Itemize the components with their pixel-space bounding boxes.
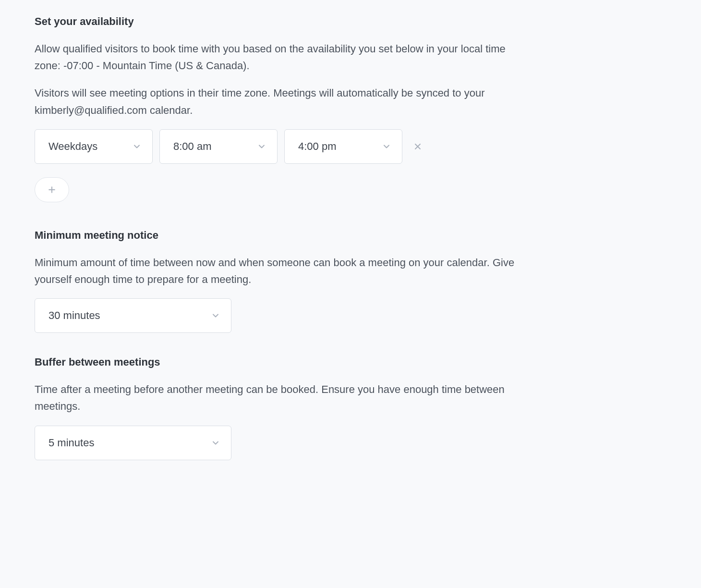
days-select[interactable]: Weekdays [35, 129, 153, 164]
section-buffer: Buffer between meetings Time after a mee… [35, 356, 532, 460]
buffer-select-label: 5 minutes [48, 437, 94, 449]
end-time-select[interactable]: 4:00 pm [284, 129, 402, 164]
plus-icon [47, 185, 57, 195]
chevron-down-icon [382, 142, 391, 151]
days-select-label: Weekdays [48, 140, 97, 153]
availability-settings-page: Set your availability Allow qualified vi… [0, 0, 567, 506]
buffer-description: Time after a meeting before another meet… [35, 381, 532, 415]
section-title-minimum-notice: Minimum meeting notice [35, 229, 532, 242]
chevron-down-icon [132, 142, 142, 151]
minimum-notice-description: Minimum amount of time between now and w… [35, 254, 532, 288]
availability-description-1: Allow qualified visitors to book time wi… [35, 40, 532, 74]
section-title-buffer: Buffer between meetings [35, 356, 532, 368]
remove-row-button[interactable] [409, 138, 426, 155]
close-icon [413, 142, 423, 151]
minimum-notice-select[interactable]: 30 minutes [35, 298, 231, 333]
start-time-select[interactable]: 8:00 am [159, 129, 278, 164]
chevron-down-icon [211, 311, 220, 320]
chevron-down-icon [211, 438, 220, 448]
minimum-notice-select-label: 30 minutes [48, 309, 100, 322]
availability-description-2: Visitors will see meeting options in the… [35, 85, 532, 118]
end-time-select-label: 4:00 pm [298, 140, 337, 153]
chevron-down-icon [257, 142, 266, 151]
buffer-select[interactable]: 5 minutes [35, 426, 231, 460]
availability-row: Weekdays 8:00 am 4:00 pm [35, 129, 532, 164]
start-time-select-label: 8:00 am [173, 140, 212, 153]
section-title-availability: Set your availability [35, 15, 532, 28]
section-availability: Set your availability Allow qualified vi… [35, 15, 532, 202]
add-row-button[interactable] [35, 177, 69, 202]
section-minimum-notice: Minimum meeting notice Minimum amount of… [35, 229, 532, 333]
